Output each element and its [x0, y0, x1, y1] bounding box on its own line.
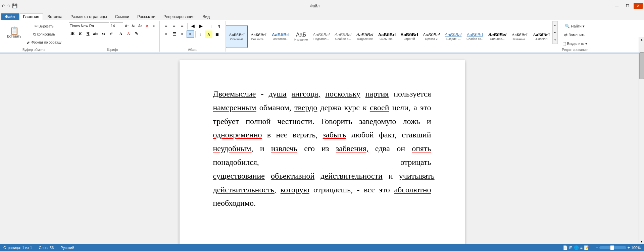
- word-sushchestvovanie: существование: [213, 172, 265, 180]
- text-spaces1: [265, 172, 271, 180]
- justify-btn[interactable]: ≡: [187, 30, 194, 38]
- tab-page-layout[interactable]: Разметка страницы: [67, 13, 111, 20]
- tab-references[interactable]: Ссылки: [111, 13, 133, 20]
- style-normal[interactable]: АаБбВгI Обычный: [226, 25, 248, 48]
- text-celi: цели, а это: [389, 103, 431, 112]
- style-subtitle[interactable]: АаБбВгI Подзагол...: [310, 25, 332, 48]
- styles-scroll-down-icon[interactable]: ▼: [554, 31, 556, 34]
- style-no-spacing-label: Без инте...: [251, 38, 266, 41]
- word-dvoemyslie: Двоемыслие: [213, 89, 256, 98]
- font-name-input[interactable]: [69, 22, 109, 29]
- shading-btn[interactable]: A: [205, 30, 212, 38]
- styles-scroll-up-icon[interactable]: ▲: [554, 24, 556, 27]
- style-emphasis[interactable]: АаБбВгI Выделение: [354, 25, 376, 48]
- replace-button[interactable]: ⇄ Заменить: [561, 31, 589, 39]
- minimize-btn[interactable]: —: [612, 3, 622, 9]
- restore-btn[interactable]: ☐: [623, 3, 632, 9]
- show-marks-btn[interactable]: ¶: [215, 22, 223, 30]
- style-subtle-emphasis[interactable]: АаБбВгI Слабое в...: [332, 25, 354, 48]
- scroll-down-arrow[interactable]: ▼: [639, 239, 644, 244]
- style-list-para[interactable]: АаБбВгI Название...: [509, 25, 531, 48]
- tab-file[interactable]: Файл: [1, 13, 19, 20]
- tab-review[interactable]: Рецензирование: [160, 13, 198, 20]
- vertical-scrollbar[interactable]: ▲ ▼: [639, 37, 644, 244]
- list-row: ≡ ≡ ≡ ◀ ▶ ↕ ¶: [162, 22, 223, 30]
- increase-indent-btn[interactable]: ▶: [197, 22, 204, 30]
- style-quote2[interactable]: АаБбВгI Цитата 2: [420, 25, 442, 48]
- redo-icon[interactable]: ↷: [7, 3, 11, 9]
- text-derzha: держа курс к: [317, 103, 370, 112]
- style-strong[interactable]: АаБбВгI Сильное...: [376, 25, 398, 48]
- zoom-thumb[interactable]: [610, 245, 614, 250]
- tab-home[interactable]: Главная: [19, 13, 43, 20]
- font-size-decrease-btn[interactable]: A↓: [131, 23, 137, 29]
- view-web-btn[interactable]: 🌐: [574, 245, 579, 250]
- word-angsotsa: ангсоца,: [292, 89, 320, 98]
- font-color-btn[interactable]: A: [125, 30, 132, 37]
- font-size-input[interactable]: [110, 22, 123, 29]
- style-intense-ref[interactable]: АаБбВгI Слабая сс...: [464, 25, 486, 48]
- word-poskolu: поскольку: [325, 89, 360, 98]
- highlight-color-btn[interactable]: A: [117, 30, 125, 37]
- cut-button[interactable]: ✂ Вырезать: [25, 22, 63, 30]
- scroll-up-arrow[interactable]: ▲: [639, 37, 644, 42]
- view-full-screen-btn[interactable]: ⊞: [569, 245, 573, 250]
- numbering-btn[interactable]: ≡: [170, 22, 178, 30]
- scroll-thumb[interactable]: [639, 52, 644, 79]
- align-right-btn[interactable]: ≡: [179, 30, 186, 38]
- style-strict[interactable]: АаБбВгI Строгий: [398, 25, 420, 48]
- copy-button[interactable]: ⧉ Копировать: [25, 30, 63, 38]
- italic-button[interactable]: К: [77, 30, 84, 37]
- paragraph-group: ≡ ≡ ≡ ◀ ▶ ↕ ¶ ≡ ☰ ≡ ≡ ↕ A: [160, 21, 226, 52]
- document-page[interactable]: Двоемыслие - душа ангсоца, поскольку пар…: [180, 60, 465, 251]
- style-strong-label: Сильное...: [380, 37, 394, 41]
- undo-icon[interactable]: ↶: [1, 3, 5, 9]
- align-left-btn[interactable]: ≡: [162, 30, 170, 38]
- document-content[interactable]: Двоемыслие - душа ангсоца, поскольку пар…: [213, 87, 431, 210]
- style-emphasis-preview: АаБбВгI: [356, 32, 373, 37]
- tab-insert[interactable]: Вставка: [44, 13, 66, 20]
- styles-more-icon[interactable]: ▾: [554, 39, 556, 42]
- styles-scroll-buttons[interactable]: ▲ ▼ ▾: [552, 21, 558, 44]
- superscript-button[interactable]: x²: [107, 30, 115, 37]
- style-last-preview: АаБбВгI: [533, 32, 550, 38]
- style-subtle-ref[interactable]: АаБбВгI Выделен...: [442, 25, 464, 48]
- multilevel-btn[interactable]: ≡: [179, 22, 186, 30]
- subscript-button[interactable]: x₂: [100, 30, 107, 37]
- style-title[interactable]: АаБ Название: [292, 25, 310, 48]
- save-icon[interactable]: 💾: [12, 3, 17, 8]
- select-button[interactable]: ⬚ Выделить ▾: [561, 40, 589, 47]
- decrease-indent-btn[interactable]: ◀: [189, 22, 196, 30]
- font-size-increase-btn[interactable]: A↑: [124, 23, 130, 29]
- border-btn[interactable]: ▦: [213, 30, 220, 38]
- view-outline-btn[interactable]: ≡: [580, 245, 583, 250]
- clear-format-btn[interactable]: Aa: [137, 23, 143, 29]
- text-highlight-btn[interactable]: ✎: [133, 30, 140, 37]
- tab-view[interactable]: Вид: [199, 13, 214, 20]
- zoom-in-btn[interactable]: +: [628, 245, 630, 250]
- tab-mailings[interactable]: Рассылки: [134, 13, 159, 20]
- view-print-btn[interactable]: 📄: [563, 245, 568, 250]
- align-center-btn[interactable]: ☰: [170, 30, 178, 38]
- zoom-slider[interactable]: [599, 246, 626, 249]
- find-button[interactable]: 🔍 Найти ▾: [561, 22, 589, 30]
- strikethrough-button[interactable]: abc: [92, 30, 99, 37]
- paste-button[interactable]: 📋 Вставить: [5, 21, 23, 44]
- style-no-spacing[interactable]: АаБбВгI Без инте...: [248, 25, 269, 48]
- style-last[interactable]: АаБбВгI АаБбВгI: [531, 25, 552, 48]
- text-effects-btn[interactable]: A: [144, 23, 150, 29]
- cut-icon: ✂: [35, 24, 38, 28]
- style-book-title[interactable]: АаБбВгI Сильная...: [486, 25, 509, 48]
- bullets-btn[interactable]: ≡: [162, 22, 170, 30]
- bold-button[interactable]: Ж: [69, 30, 76, 37]
- view-draft-btn[interactable]: 📝: [584, 245, 589, 250]
- list-btn[interactable]: ≡: [151, 23, 157, 29]
- style-heading1-label: Заголово...: [273, 37, 288, 41]
- format-painter-button[interactable]: 🖌 Формат по образцу: [25, 39, 63, 46]
- sort-btn[interactable]: ↕: [207, 22, 215, 30]
- zoom-out-btn[interactable]: −: [596, 245, 598, 250]
- underline-button[interactable]: Ч: [84, 30, 92, 37]
- close-btn[interactable]: ✕: [634, 3, 643, 9]
- line-spacing-btn[interactable]: ↕: [197, 30, 204, 38]
- style-heading1[interactable]: АаБбВгI Заголово...: [269, 25, 292, 48]
